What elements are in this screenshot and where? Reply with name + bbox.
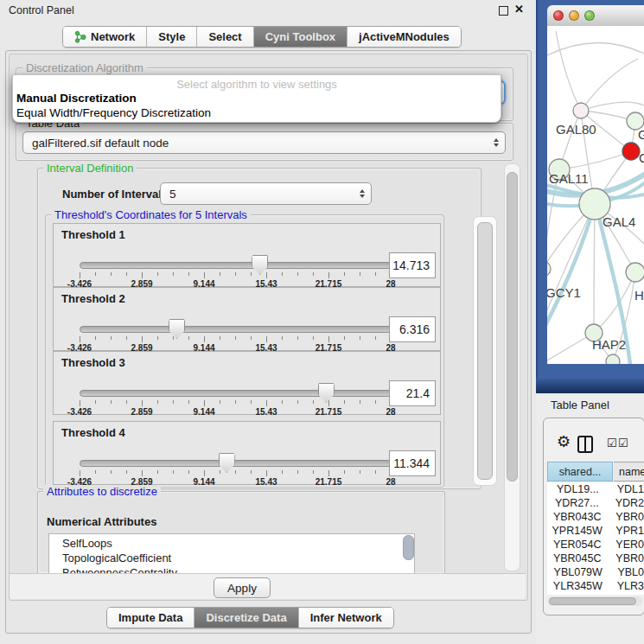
tab-discretize-data[interactable]: Discretize Data xyxy=(194,608,298,628)
tick-label: 15.43 xyxy=(255,407,277,417)
tick-mark xyxy=(173,400,174,404)
slider-track[interactable] xyxy=(80,390,392,397)
slider-tick-labels: -3.4262.8599.14415.4321.71528 xyxy=(80,407,391,417)
tab-infer-network[interactable]: Infer Network xyxy=(299,608,393,628)
thresholds-scrollbar-thumb[interactable] xyxy=(477,222,493,480)
network-window-titlebar[interactable] xyxy=(547,5,644,27)
table-row[interactable]: YPR145WYPR1 xyxy=(547,524,644,538)
gear-icon[interactable]: ⚙ xyxy=(557,432,571,451)
popup-item-manual-discretization[interactable]: Manual Discretization xyxy=(16,92,137,105)
tick-mark xyxy=(297,336,298,340)
tick-mark xyxy=(95,272,96,276)
network-node[interactable] xyxy=(622,143,640,160)
tick-mark xyxy=(266,470,267,476)
tick-mark xyxy=(157,272,158,276)
tab-impute-data[interactable]: Impute Data xyxy=(107,608,194,628)
thresholds-scrollbar[interactable] xyxy=(473,216,497,486)
table-row[interactable]: YDL19...YDL1 xyxy=(547,482,644,496)
slider-track[interactable] xyxy=(80,460,392,467)
apply-strip: Apply xyxy=(10,573,526,599)
network-node[interactable] xyxy=(573,103,589,118)
threshold-3-value-field[interactable]: 21.4 xyxy=(389,380,436,406)
tick-mark xyxy=(360,336,360,340)
table-row[interactable]: YBR043CYBR0 xyxy=(547,510,644,524)
tick-mark xyxy=(204,400,205,406)
float-window-icon[interactable] xyxy=(499,6,508,16)
close-icon[interactable]: ✕ xyxy=(514,3,524,16)
number-of-intervals-combobox[interactable]: 5 xyxy=(160,182,372,205)
tick-mark xyxy=(220,272,220,276)
tab-style[interactable]: Style xyxy=(147,27,197,47)
thresholds-group-label: Threshold's Coordinates for 5 Intervals xyxy=(51,208,251,221)
panel-scrollbar-thumb[interactable] xyxy=(507,172,518,481)
tab-jactivemnodules[interactable]: jActiveMNodules xyxy=(348,27,461,47)
tab-cyni-toolbox[interactable]: Cyni Toolbox xyxy=(254,27,348,47)
table-row[interactable]: YER054CYER0 xyxy=(547,538,644,552)
horizontal-scrollbar[interactable] xyxy=(548,596,642,606)
slider-track[interactable] xyxy=(80,326,392,333)
list-item[interactable]: TopologicalCoefficient xyxy=(49,551,414,565)
numerical-attributes-list[interactable]: SelfLoops TopologicalCoefficient Between… xyxy=(48,533,415,574)
tab-select[interactable]: Select xyxy=(197,27,253,47)
tick-mark xyxy=(251,336,252,340)
slider-track[interactable] xyxy=(80,262,392,269)
column-header-name[interactable]: name xyxy=(614,462,644,481)
tab-network[interactable]: Network xyxy=(63,27,147,47)
tick-mark xyxy=(204,272,205,278)
tick-mark xyxy=(282,336,283,340)
tick-mark xyxy=(95,400,96,404)
table-row[interactable]: YBL079WYBL0 xyxy=(547,565,644,579)
tick-mark xyxy=(375,400,376,404)
checkbox-icon[interactable]: ☑ xyxy=(607,437,617,450)
table-rows[interactable]: YDL19...YDL1 YDR27...YDR2 YBR043CYBR0 YP… xyxy=(547,482,644,595)
threshold-4-value-field[interactable]: 11.344 xyxy=(389,450,436,476)
network-canvas[interactable]: GAL80GACGAL11GAL4GCY1HHAP2 xyxy=(547,26,644,364)
combo-stepper-icon xyxy=(494,138,499,147)
network-node[interactable] xyxy=(547,261,551,277)
tick-mark xyxy=(360,400,360,404)
threshold-2-slider: -3.4262.8599.14415.4321.71528 xyxy=(80,319,391,350)
tick-mark xyxy=(188,400,189,404)
close-traffic-light-icon[interactable] xyxy=(553,10,564,21)
popup-item-equal-width-frequency[interactable]: Equal Width/Frequency Discretization xyxy=(16,106,211,119)
column-header-shared-name[interactable]: shared... xyxy=(547,462,613,481)
table-row[interactable]: YDR27...YDR2 xyxy=(547,496,644,510)
window-frame-edge xyxy=(536,0,538,393)
zoom-traffic-light-icon[interactable] xyxy=(584,10,595,21)
panel-scrollbar[interactable] xyxy=(504,163,520,571)
table-row[interactable]: YIL052CYIL0 xyxy=(547,593,644,595)
network-node-label: GCY1 xyxy=(547,285,581,300)
list-item[interactable]: SelfLoops xyxy=(49,536,414,551)
network-icon xyxy=(74,30,86,43)
tick-mark xyxy=(80,272,80,278)
columns-icon[interactable] xyxy=(577,436,593,453)
window-bottom-shadow xyxy=(536,379,644,393)
tick-mark xyxy=(313,470,314,474)
tick-mark xyxy=(328,272,329,278)
threshold-2-value-field[interactable]: 6.316 xyxy=(389,316,436,342)
table-row[interactable]: YLR345WYLR3 xyxy=(547,579,644,593)
apply-button[interactable]: Apply xyxy=(214,577,271,598)
table-row[interactable]: YBR045CYBR0 xyxy=(547,552,644,565)
tick-mark xyxy=(282,470,283,474)
bottom-tab-bar: Impute Data Discretize Data Infer Networ… xyxy=(106,607,394,628)
top-tab-bar: Network Style Select Cyni Toolbox jActiv… xyxy=(62,26,462,48)
tick-mark xyxy=(220,400,220,404)
network-node-label: C xyxy=(639,150,644,165)
list-scrollbar-thumb[interactable] xyxy=(403,535,414,560)
tick-mark xyxy=(251,470,252,474)
minimize-traffic-light-icon[interactable] xyxy=(569,10,579,21)
tick-label: 2.859 xyxy=(131,407,152,417)
tick-mark xyxy=(111,336,112,340)
network-node[interactable] xyxy=(626,263,644,282)
threshold-1-value-field[interactable]: 14.713 xyxy=(389,252,436,278)
tick-mark xyxy=(142,470,143,476)
network-node[interactable] xyxy=(606,354,620,364)
table-data-combobox[interactable]: galFiltered.sif default node xyxy=(22,131,506,154)
table-panel: Table Panel ⚙ ☑ ☑ shared... name YDL19..… xyxy=(536,393,644,644)
horizontal-scrollbar-thumb[interactable] xyxy=(549,597,636,605)
tick-mark xyxy=(188,272,189,276)
checkbox-icon[interactable]: ☑ xyxy=(618,437,628,450)
threshold-3-slider: -3.4262.8599.14415.4321.71528 xyxy=(80,383,391,414)
tick-mark xyxy=(266,336,267,342)
